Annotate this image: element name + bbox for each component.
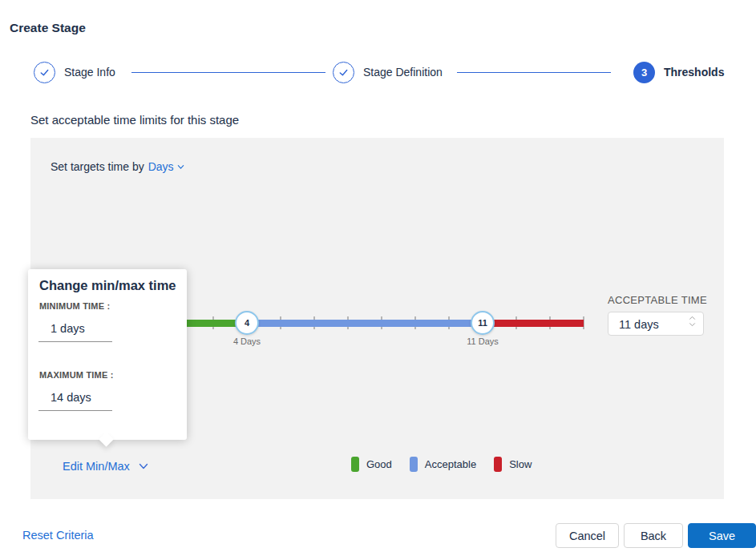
good-swatch: [351, 457, 359, 472]
check-icon: [338, 66, 350, 79]
step-1-label[interactable]: Stage Info: [64, 62, 115, 83]
back-button[interactable]: Back: [624, 523, 683, 548]
step-3-number: 3: [641, 66, 647, 79]
change-minmax-popover: Change min/max time MINIMUM TIME : MAXIM…: [28, 269, 187, 440]
check-icon: [38, 66, 51, 79]
chevron-down-icon[interactable]: [176, 163, 185, 171]
cancel-button[interactable]: Cancel: [556, 523, 619, 548]
stepper-connector: [457, 72, 611, 73]
maximum-time-label: MAXIMUM TIME :: [39, 370, 114, 380]
handle-max-label: 11 Days: [451, 336, 515, 346]
reset-criteria-link[interactable]: Reset Criteria: [22, 529, 94, 542]
legend-label: Acceptable: [425, 458, 476, 470]
legend-item-good: Good: [351, 457, 392, 472]
step-1-circle[interactable]: [34, 62, 55, 83]
set-targets-label: Set targets time by: [51, 160, 144, 173]
step-2-circle[interactable]: [333, 62, 354, 83]
stepper-connector: [131, 72, 325, 73]
popover-title: Change min/max time: [39, 278, 176, 293]
maximum-time-input[interactable]: [38, 385, 111, 404]
set-targets-row: Set targets time by Days: [51, 160, 185, 173]
handle-min-value: 4: [245, 318, 249, 328]
legend-label: Good: [366, 458, 392, 470]
slider-segment-acceptable: [247, 320, 483, 327]
edit-minmax-link[interactable]: Edit Min/Max: [63, 460, 130, 473]
chevron-down-icon[interactable]: [689, 322, 696, 327]
section-heading: Set acceptable time limits for this stag…: [30, 113, 239, 127]
maximum-time-field: [38, 385, 112, 411]
create-stage-wizard: Create Stage Stage Info Stage Definition…: [0, 0, 756, 560]
slider-handle-max[interactable]: 11: [471, 311, 495, 335]
legend: Good Acceptable Slow: [351, 457, 532, 472]
acceptable-swatch: [410, 457, 418, 472]
slider-segment-slow: [483, 320, 584, 327]
handle-min-label: 4 Days: [215, 336, 279, 346]
legend-label: Slow: [509, 458, 532, 470]
minimum-time-input[interactable]: [38, 316, 111, 335]
acceptable-time-label: ACCEPTABLE TIME: [608, 294, 707, 306]
slow-swatch: [494, 457, 502, 472]
minimum-time-field: [38, 316, 112, 342]
page-title: Create Stage: [10, 21, 86, 35]
slider-handle-min[interactable]: 4: [235, 311, 259, 335]
legend-item-slow: Slow: [494, 457, 532, 472]
legend-item-acceptable: Acceptable: [410, 457, 476, 472]
step-3-circle[interactable]: 3: [633, 62, 655, 83]
chevron-down-icon[interactable]: [138, 461, 149, 471]
minimum-time-label: MINIMUM TIME :: [39, 301, 110, 311]
unit-dropdown[interactable]: Days: [148, 160, 174, 173]
acceptable-time-input[interactable]: [609, 313, 697, 336]
save-button[interactable]: Save: [688, 523, 756, 548]
step-3-label[interactable]: Thresholds: [664, 62, 724, 83]
handle-max-value: 11: [478, 318, 487, 328]
stepper-arrows[interactable]: [689, 316, 696, 327]
acceptable-time-box: [608, 312, 704, 336]
chevron-up-icon[interactable]: [689, 316, 696, 320]
edit-minmax-row: Edit Min/Max: [63, 460, 149, 473]
step-2-label[interactable]: Stage Definition: [363, 62, 443, 83]
